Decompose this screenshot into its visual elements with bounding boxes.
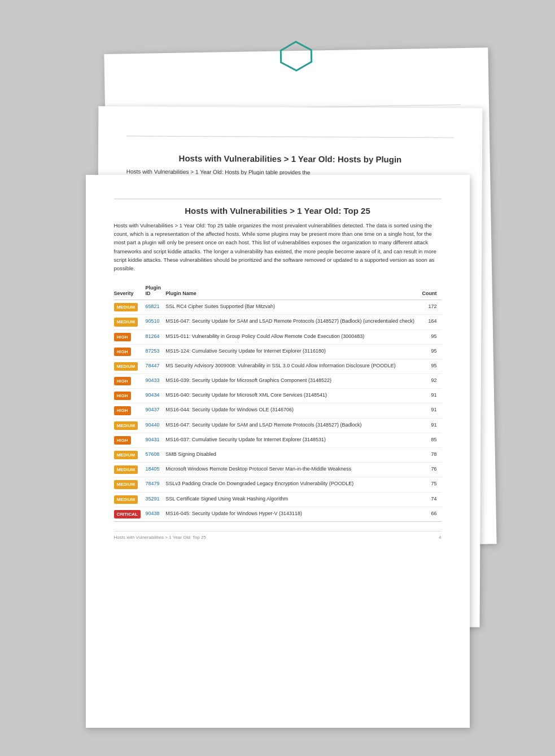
plugin-id-cell: 90510 — [145, 315, 165, 329]
severity-badge: MEDIUM — [114, 303, 138, 311]
page2-title: Hosts with Vulnerabilities > 1 Year Old:… — [126, 153, 453, 164]
severity-badge: HIGH — [114, 436, 131, 445]
plugin-id-link[interactable]: 81264 — [145, 333, 159, 339]
count-cell: 91 — [422, 403, 441, 418]
table-row: HIGH81264MS15-011: Vulnerability in Grou… — [114, 329, 442, 344]
plugin-name-cell: MS16-045: Security Update for Windows Hy… — [165, 507, 422, 521]
col-plugin-name: Plugin Name — [165, 282, 422, 300]
severity-cell: MEDIUM — [114, 300, 146, 315]
table-row: HIGH90431MS16-037: Cumulative Security U… — [114, 433, 442, 447]
severity-badge: MEDIUM — [114, 465, 138, 474]
severity-badge: MEDIUM — [114, 480, 138, 489]
plugin-id-cell: 90433 — [145, 374, 165, 389]
severity-badge: HIGH — [114, 377, 131, 385]
table-row: HIGH90437MS16-044: Security Update for W… — [114, 403, 442, 418]
plugin-id-link[interactable]: 57608 — [145, 451, 159, 457]
plugin-id-link[interactable]: 35291 — [145, 496, 159, 502]
count-cell: 78 — [422, 448, 441, 463]
table-row: MEDIUM78479SSLv3 Padding Oracle On Downg… — [114, 477, 442, 492]
table-row: HIGH90433MS16-039: Security Update for M… — [114, 374, 442, 389]
plugin-name-cell: MS15-011: Vulnerability in Group Policy … — [165, 329, 422, 344]
table-row: CRITICAL90438MS16-045: Security Update f… — [114, 507, 442, 521]
table-row: MEDIUM18405Microsoft Windows Remote Desk… — [114, 463, 442, 477]
count-cell: 91 — [422, 418, 441, 433]
severity-badge: MEDIUM — [114, 451, 138, 459]
count-cell: 164 — [422, 315, 441, 329]
page3-content: Hosts with Vulnerabilities > 1 Year Old:… — [86, 175, 470, 562]
page3-title: Hosts with Vulnerabilities > 1 Year Old:… — [114, 206, 442, 216]
vulnerability-table: Severity PluginID Plugin Name Count MEDI… — [114, 282, 442, 522]
plugin-id-link[interactable]: 90433 — [145, 377, 159, 383]
count-cell: 95 — [422, 329, 441, 344]
severity-cell: MEDIUM — [114, 463, 146, 477]
plugin-id-link[interactable]: 90431 — [145, 437, 159, 442]
severity-cell: CRITICAL — [114, 507, 146, 521]
plugin-id-link[interactable]: 18405 — [145, 466, 159, 472]
col-plugin-id: PluginID — [145, 282, 165, 300]
count-cell: 95 — [422, 359, 441, 373]
count-cell: 92 — [422, 374, 441, 389]
severity-cell: MEDIUM — [114, 315, 146, 329]
footer-page-number: 4 — [439, 535, 441, 540]
severity-badge: HIGH — [114, 333, 131, 341]
count-cell: 66 — [422, 507, 441, 521]
plugin-name-cell: Microsoft Windows Remote Desktop Protoco… — [165, 463, 422, 477]
plugin-id-link[interactable]: 90438 — [145, 511, 159, 516]
plugin-id-cell: 78479 — [145, 477, 165, 492]
plugin-id-cell: 90434 — [145, 389, 165, 403]
severity-badge: CRITICAL — [114, 510, 141, 518]
svg-marker-0 — [281, 42, 312, 71]
plugin-id-link[interactable]: 90437 — [145, 407, 159, 412]
table-row: MEDIUM78447MS Security Advisory 3009008:… — [114, 359, 442, 373]
severity-badge: MEDIUM — [114, 318, 138, 326]
plugin-name-cell: SSL Certificate Signed Using Weak Hashin… — [165, 492, 422, 507]
plugin-name-cell: SSLv3 Padding Oracle On Downgraded Legac… — [165, 477, 422, 492]
count-cell: 172 — [422, 300, 441, 315]
plugin-id-link[interactable]: 90510 — [145, 318, 159, 324]
severity-cell: MEDIUM — [114, 359, 146, 373]
plugin-id-cell: 90431 — [145, 433, 165, 447]
severity-cell: HIGH — [114, 374, 146, 389]
plugin-id-link[interactable]: 87253 — [145, 348, 159, 354]
plugin-id-cell: 81264 — [145, 329, 165, 344]
plugin-id-cell: 35291 — [145, 492, 165, 507]
severity-cell: HIGH — [114, 433, 146, 447]
plugin-name-cell: MS16-037: Cumulative Security Update for… — [165, 433, 422, 447]
count-cell: 76 — [422, 463, 441, 477]
plugin-id-link[interactable]: 78479 — [145, 481, 159, 486]
plugin-name-cell: MS15-124: Cumulative Security Update for… — [165, 344, 422, 359]
col-severity: Severity — [114, 282, 146, 300]
plugin-id-cell: 90440 — [145, 418, 165, 433]
count-cell: 95 — [422, 344, 441, 359]
severity-cell: HIGH — [114, 329, 146, 344]
page3-description: Hosts with Vulnerabilities > 1 Year Old:… — [114, 221, 442, 272]
page-footer: Hosts with Vulnerabilities > 1 Year Old:… — [114, 531, 442, 540]
table-row: MEDIUM57608SMB Signing Disabled78 — [114, 448, 442, 463]
severity-cell: MEDIUM — [114, 448, 146, 463]
plugin-id-link[interactable]: 65821 — [145, 304, 159, 309]
severity-cell: MEDIUM — [114, 492, 146, 507]
severity-badge: HIGH — [114, 392, 131, 400]
count-cell: 74 — [422, 492, 441, 507]
toc-hex-icon — [279, 41, 313, 74]
plugin-name-cell: MS16-040: Security Update for Microsoft … — [165, 389, 422, 403]
table-row: MEDIUM35291SSL Certificate Signed Using … — [114, 492, 442, 507]
plugin-name-cell: MS Security Advisory 3009008: Vulnerabil… — [165, 359, 422, 373]
plugin-id-cell: 87253 — [145, 344, 165, 359]
divider-top — [114, 199, 442, 199]
plugin-id-link[interactable]: 90434 — [145, 392, 159, 398]
severity-badge: MEDIUM — [114, 495, 138, 504]
plugin-id-link[interactable]: 90440 — [145, 422, 159, 428]
plugin-name-cell: MS16-039: Security Update for Microsoft … — [165, 374, 422, 389]
severity-cell: HIGH — [114, 403, 146, 418]
severity-cell: MEDIUM — [114, 418, 146, 433]
table-row: MEDIUM90510MS16-047: Security Update for… — [114, 315, 442, 329]
count-cell: 91 — [422, 389, 441, 403]
severity-badge: MEDIUM — [114, 421, 138, 430]
plugin-id-cell: 90438 — [145, 507, 165, 521]
table-row: MEDIUM90440MS16-047: Security Update for… — [114, 418, 442, 433]
table-row: HIGH87253MS15-124: Cumulative Security U… — [114, 344, 442, 359]
table-row: HIGH90434MS16-040: Security Update for M… — [114, 389, 442, 403]
plugin-id-link[interactable]: 78447 — [145, 363, 159, 368]
table-header-row: Severity PluginID Plugin Name Count — [114, 282, 442, 300]
